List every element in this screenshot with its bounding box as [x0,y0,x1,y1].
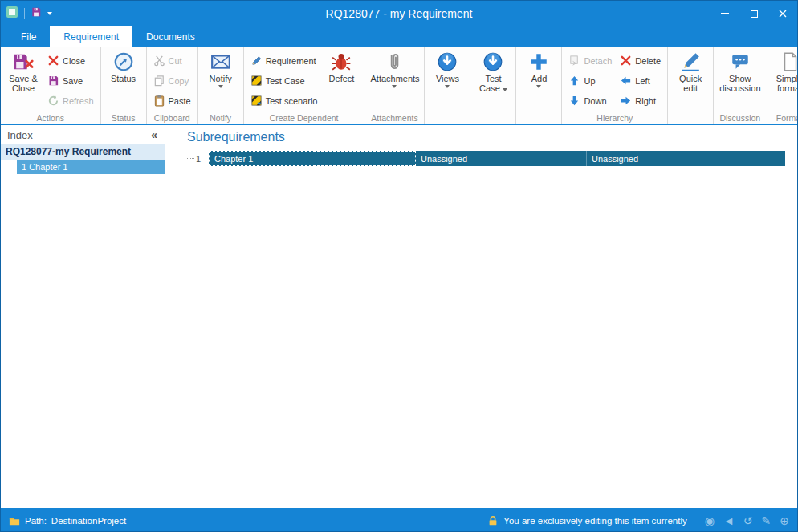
tree-item-chapter-1[interactable]: 1 Chapter 1 [17,160,165,174]
status-button[interactable]: Status [104,48,144,112]
statusbar-tool-icon-1[interactable]: ◉ [705,514,715,527]
test-case-sphere-icon [482,51,503,72]
add-dropdown-icon [536,85,541,88]
subrequirement-row[interactable]: 1 Chapter 1 Unassigned Unassigned [187,151,797,166]
right-button[interactable]: Right [616,91,665,111]
section-separator [208,246,786,246]
discussion-bubble-icon [730,51,751,72]
ribbon-group-actions: Save & Close Close Save Refresh [1,47,101,124]
views-dropdown-icon [445,85,450,88]
test-case-button[interactable]: Test Case [473,48,513,112]
close-window-button[interactable] [768,2,797,25]
down-button[interactable]: Down [564,91,616,111]
path-value: DestinationProject [51,516,126,526]
test-scenario-hazard-icon [250,95,263,107]
detach-button[interactable]: Detach [564,51,616,71]
minimize-button[interactable] [710,2,739,25]
ribbon: Save & Close Close Save Refresh [1,47,797,125]
attachments-button[interactable]: Attachments [367,48,421,112]
tree-dotted-line [187,158,194,159]
save-button[interactable]: Save [43,71,98,91]
ribbon-group-discussion: Show discussion Discussion [714,47,767,124]
tab-file[interactable]: File [7,26,50,47]
left-button[interactable]: Left [616,71,665,91]
copy-icon [153,75,165,87]
save-and-close-label: Save & Close [6,74,40,93]
statusbar-tool-icon-5[interactable]: ⊕ [780,514,789,527]
tab-documents[interactable]: Documents [132,26,209,47]
tree-item-root-requirement[interactable]: RQ128077-my Requirement [1,144,165,160]
create-test-scenario-button[interactable]: Test scenario [246,91,322,111]
row-cell-status[interactable]: Unassigned [587,151,785,166]
path-label: Path: [25,516,47,526]
ribbon-group-quick-edit: Quick edit [668,47,714,124]
ribbon-group-create-dependent: Requirement Test Case Test scenario Defe… [244,47,365,124]
group-label-notify: Notify [198,113,243,124]
save-and-close-button[interactable]: Save & Close [3,48,43,112]
close-button[interactable]: Close [43,51,98,71]
ribbon-group-format: Simple format Format [767,47,798,124]
create-test-case-button[interactable]: Test Case [246,71,322,91]
notify-envelope-icon [210,51,231,72]
simple-format-page-icon [780,51,798,72]
close-icon [47,55,59,67]
qat-dropdown-icon[interactable] [47,12,52,15]
row-cell-name[interactable]: Chapter 1 [209,151,416,166]
group-label-hierarchy: Hierarchy [562,113,667,124]
quick-edit-button[interactable]: Quick edit [670,48,710,112]
statusbar-tool-icon-2[interactable]: ◄ [723,514,735,527]
quick-save-icon[interactable] [31,6,42,21]
paperclip-icon [384,51,405,72]
ribbon-group-hierarchy: Detach Up Down Delete [562,47,668,124]
paste-icon [153,95,165,107]
attachments-dropdown-icon [392,85,397,88]
ribbon-tabs: File Requirement Documents [1,26,797,47]
views-button[interactable]: Views [427,48,467,112]
defect-button[interactable]: Defect [321,48,361,112]
status-icon [113,51,134,72]
ribbon-group-notify: Notify Notify [198,47,244,124]
refresh-button[interactable]: Refresh [43,91,98,111]
ribbon-group-attachments: Attachments Attachments [364,47,425,124]
group-label-discussion: Discussion [714,113,766,124]
left-arrow-icon [620,75,632,87]
create-requirement-button[interactable]: Requirement [246,51,322,71]
requirement-pencil-icon [250,55,263,67]
group-label-create-dependent: Create Dependent [244,113,364,124]
folder-icon [9,515,20,526]
add-button[interactable]: Add [519,48,559,112]
lock-icon [487,515,499,526]
save-and-close-icon [13,51,34,72]
statusbar-path: Path: DestinationProject [9,515,126,526]
delete-button[interactable]: Delete [616,51,665,71]
up-button[interactable]: Up [564,71,616,91]
quick-edit-pencil-icon [680,51,701,72]
group-label-attachments: Attachments [364,113,424,124]
cut-button[interactable]: Cut [149,51,195,71]
notify-button[interactable]: Notify [201,48,241,112]
simple-format-button[interactable]: Simple format [770,48,798,112]
show-discussion-button[interactable]: Show discussion [716,48,763,112]
row-cell-assignee[interactable]: Unassigned [416,151,587,166]
cut-icon [153,55,165,67]
refresh-icon [47,95,59,107]
app-icon[interactable] [6,6,18,22]
collapse-sidebar-icon[interactable]: « [151,128,157,141]
minimize-icon [721,13,729,14]
test-case-dropdown-icon [503,88,507,91]
copy-button[interactable]: Copy [149,71,195,91]
tab-requirement[interactable]: Requirement [50,26,132,47]
paste-button[interactable]: Paste [149,91,195,111]
up-arrow-icon [568,75,580,87]
titlebar: RQ128077 - my Requirement [1,1,797,26]
index-sidebar: Index « RQ128077-my Requirement 1 Chapte… [1,125,165,508]
statusbar-tool-icon-4[interactable]: ✎ [762,514,772,527]
maximize-button[interactable] [739,2,768,25]
statusbar-tool-icon-3[interactable]: ↺ [743,514,753,527]
ribbon-group-test-case: Test Case [470,47,516,124]
right-arrow-icon [620,95,632,107]
group-label-clipboard: Clipboard [147,113,197,124]
delete-icon [620,55,632,67]
ribbon-group-status: Status Status [101,47,147,124]
save-icon [47,75,59,87]
